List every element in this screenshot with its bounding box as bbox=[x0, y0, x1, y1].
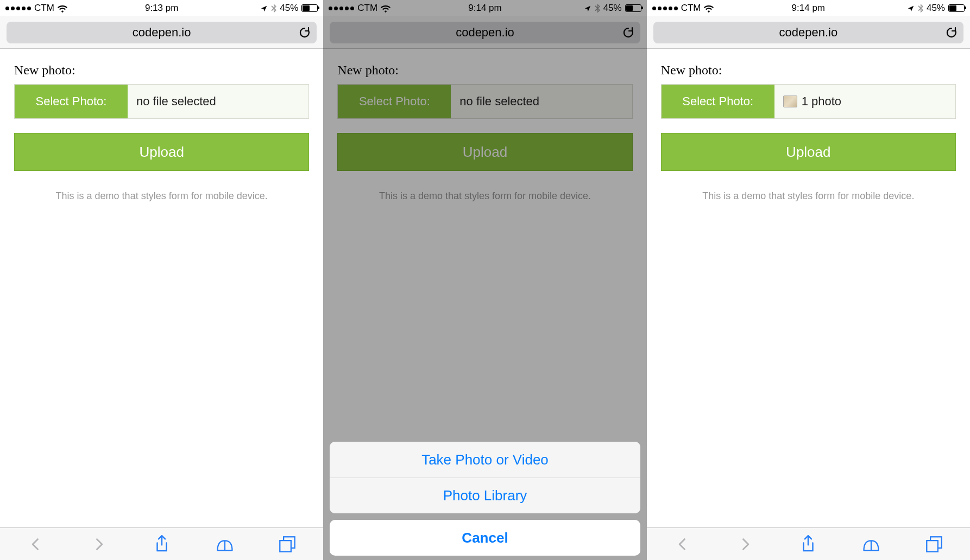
svg-rect-1 bbox=[280, 540, 292, 552]
battery-icon bbox=[301, 4, 318, 12]
url-text: codepen.io bbox=[133, 26, 191, 40]
back-icon[interactable] bbox=[26, 534, 46, 554]
battery-icon bbox=[625, 4, 641, 12]
form-label: New photo: bbox=[661, 63, 956, 78]
upload-button[interactable]: Upload bbox=[337, 133, 632, 171]
file-picker-row: Select Photo: no file selected bbox=[14, 84, 309, 119]
forward-icon[interactable] bbox=[735, 534, 755, 554]
address-bar: codepen.io bbox=[323, 16, 646, 49]
bluetooth-icon bbox=[595, 4, 600, 12]
bottom-toolbar bbox=[0, 527, 323, 560]
file-picker-row: Select Photo: 1 photo bbox=[661, 84, 956, 119]
file-picker-row: Select Photo: no file selected bbox=[337, 84, 632, 119]
file-display-text: 1 photo bbox=[802, 94, 841, 109]
url-field[interactable]: codepen.io bbox=[330, 22, 640, 43]
url-field[interactable]: codepen.io bbox=[653, 22, 963, 43]
svg-rect-3 bbox=[927, 540, 938, 552]
photo-thumbnail-icon bbox=[783, 96, 797, 107]
reload-icon[interactable] bbox=[622, 26, 635, 39]
share-icon[interactable] bbox=[798, 534, 818, 554]
forward-icon[interactable] bbox=[89, 534, 109, 554]
file-display-text: no file selected bbox=[136, 94, 216, 109]
file-display: no file selected bbox=[451, 85, 632, 118]
reload-icon[interactable] bbox=[298, 26, 311, 39]
file-display: no file selected bbox=[128, 85, 308, 118]
address-bar: codepen.io bbox=[0, 16, 323, 49]
file-display: 1 photo bbox=[774, 85, 955, 118]
form-label: New photo: bbox=[337, 63, 632, 78]
url-text: codepen.io bbox=[779, 26, 837, 40]
phone-screen-1: CTM 9:13 pm 45% codepen.io New photo: bbox=[0, 0, 323, 560]
status-bar: CTM 9:14 pm 45% bbox=[647, 0, 970, 16]
status-bar: CTM 9:14 pm 45% bbox=[323, 0, 646, 16]
actionsheet-take-photo[interactable]: Take Photo or Video bbox=[330, 442, 640, 478]
upload-button[interactable]: Upload bbox=[661, 133, 956, 171]
bluetooth-icon bbox=[918, 4, 923, 12]
url-field[interactable]: codepen.io bbox=[7, 22, 317, 43]
action-sheet: Take Photo or Video Photo Library Cancel bbox=[330, 442, 640, 556]
select-photo-button[interactable]: Select Photo: bbox=[662, 85, 774, 118]
demo-caption: This is a demo that styles form for mobi… bbox=[661, 190, 956, 202]
select-photo-button[interactable]: Select Photo: bbox=[15, 85, 128, 118]
bookmarks-icon[interactable] bbox=[215, 534, 235, 554]
upload-button[interactable]: Upload bbox=[14, 133, 309, 171]
url-text: codepen.io bbox=[456, 26, 514, 40]
reload-icon[interactable] bbox=[945, 26, 958, 39]
demo-caption: This is a demo that styles form for mobi… bbox=[14, 190, 309, 202]
file-display-text: no file selected bbox=[459, 94, 539, 109]
actionsheet-cancel[interactable]: Cancel bbox=[330, 520, 640, 556]
bluetooth-icon bbox=[271, 4, 276, 12]
share-icon[interactable] bbox=[152, 534, 172, 554]
phone-screen-3: CTM 9:14 pm 45% codepen.io New photo: bbox=[647, 0, 970, 560]
select-photo-button[interactable]: Select Photo: bbox=[338, 85, 451, 118]
phone-screen-2: CTM 9:14 pm 45% codepen.io New photo: bbox=[323, 0, 646, 560]
form-label: New photo: bbox=[14, 63, 309, 78]
demo-caption: This is a demo that styles form for mobi… bbox=[337, 190, 632, 202]
bookmarks-icon[interactable] bbox=[861, 534, 881, 554]
back-icon[interactable] bbox=[673, 534, 692, 554]
actionsheet-photo-library[interactable]: Photo Library bbox=[330, 478, 640, 513]
address-bar: codepen.io bbox=[647, 16, 970, 49]
tabs-icon[interactable] bbox=[924, 534, 944, 554]
status-bar: CTM 9:13 pm 45% bbox=[0, 0, 323, 16]
tabs-icon[interactable] bbox=[278, 534, 297, 554]
bottom-toolbar bbox=[647, 527, 970, 560]
battery-icon bbox=[948, 4, 965, 12]
